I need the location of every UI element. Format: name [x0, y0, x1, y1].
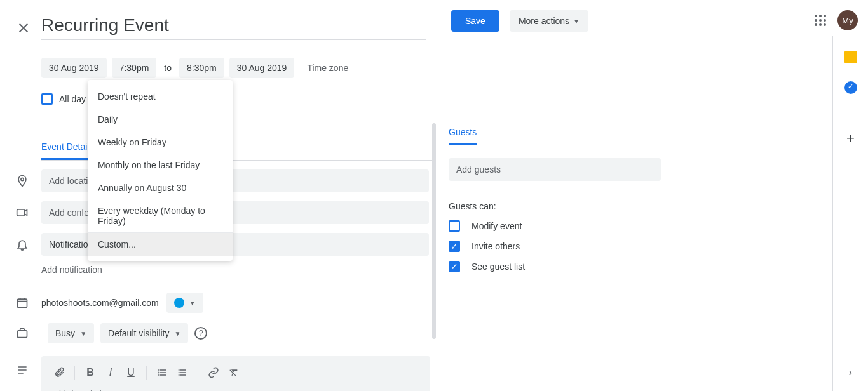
recurrence-option-daily[interactable]: Daily: [88, 108, 233, 131]
add-notification-link[interactable]: Add notification: [41, 265, 433, 275]
link-icon[interactable]: [205, 364, 222, 381]
end-date-chip[interactable]: 30 Aug 2019: [229, 58, 295, 78]
see-guest-list-label: See guest list: [471, 262, 525, 272]
modify-event-label: Modify event: [471, 221, 522, 231]
calendar-color-picker[interactable]: ▼: [166, 293, 203, 313]
description-icon: [16, 364, 29, 376]
bell-icon: [16, 238, 29, 251]
help-icon[interactable]: ?: [194, 327, 207, 340]
visibility-dropdown[interactable]: Default visibility ▼: [100, 323, 188, 343]
tasks-icon[interactable]: [844, 81, 857, 94]
italic-icon[interactable]: I: [102, 364, 119, 381]
recurrence-option-doesnt-repeat[interactable]: Doesn't repeat: [88, 85, 233, 108]
allday-checkbox[interactable]: [41, 93, 53, 105]
scrollbar[interactable]: [432, 123, 436, 339]
svg-rect-2: [18, 299, 27, 307]
start-time-chip[interactable]: 7:30pm: [112, 58, 157, 78]
recurrence-option-monthly[interactable]: Monthly on the last Friday: [88, 154, 233, 176]
video-icon: [16, 206, 29, 219]
recurrence-option-custom[interactable]: Custom...: [88, 233, 233, 256]
svg-rect-1: [17, 209, 25, 216]
start-date-chip[interactable]: 30 Aug 2019: [41, 58, 107, 78]
guests-can-label: Guests can:: [449, 201, 662, 211]
end-time-chip[interactable]: 8:30pm: [179, 58, 224, 78]
calendar-email: photoshoots.com@gmail.com: [41, 298, 159, 308]
busy-label: Busy: [55, 328, 75, 338]
caret-down-icon: ▼: [189, 300, 196, 307]
color-dot-icon: [174, 298, 184, 308]
attach-icon[interactable]: [50, 364, 68, 381]
svg-point-0: [21, 178, 24, 180]
recurrence-option-weekly[interactable]: Weekly on Friday: [88, 131, 233, 154]
close-icon[interactable]: [16, 20, 31, 36]
visibility-label: Default visibility: [108, 328, 169, 338]
invite-others-checkbox[interactable]: ✓: [449, 241, 460, 252]
allday-label: All day: [59, 94, 86, 104]
timezone-link[interactable]: Time zone: [307, 63, 348, 73]
calendar-icon: [16, 296, 29, 309]
recurrence-dropdown: Doesn't repeat Daily Weekly on Friday Mo…: [88, 80, 233, 261]
more-actions-button[interactable]: More actions ▼: [510, 10, 588, 32]
clear-format-icon[interactable]: [225, 364, 243, 381]
bold-icon[interactable]: B: [81, 364, 99, 381]
recurrence-option-annually[interactable]: Annually on August 30: [88, 176, 233, 199]
add-addon-icon[interactable]: +: [846, 130, 855, 147]
numbered-list-icon[interactable]: [153, 364, 171, 381]
tab-guests[interactable]: Guests: [449, 127, 477, 145]
more-actions-label: More actions: [519, 16, 569, 26]
caret-down-icon: ▼: [80, 330, 86, 337]
briefcase-icon: [16, 327, 29, 340]
bulleted-list-icon[interactable]: [173, 364, 191, 381]
see-guest-list-checkbox[interactable]: ✓: [449, 261, 460, 272]
busy-status-dropdown[interactable]: Busy ▼: [48, 323, 94, 343]
invite-others-label: Invite others: [471, 241, 520, 251]
modify-event-checkbox[interactable]: [449, 220, 460, 232]
svg-rect-3: [18, 331, 27, 338]
underline-icon[interactable]: U: [122, 364, 140, 381]
recurrence-option-weekday[interactable]: Every weekday (Monday to Friday): [88, 199, 233, 232]
keep-icon[interactable]: [844, 51, 857, 63]
location-icon: [16, 175, 29, 187]
add-guests-input[interactable]: [449, 158, 661, 181]
event-title-input[interactable]: [41, 15, 426, 40]
avatar[interactable]: My: [837, 10, 858, 30]
expand-rail-icon[interactable]: ›: [849, 367, 852, 378]
to-label: to: [161, 63, 174, 73]
caret-down-icon: ▼: [175, 330, 181, 337]
save-button[interactable]: Save: [451, 10, 499, 32]
apps-launcher-icon[interactable]: [815, 15, 826, 26]
caret-down-icon: ▼: [573, 18, 580, 25]
